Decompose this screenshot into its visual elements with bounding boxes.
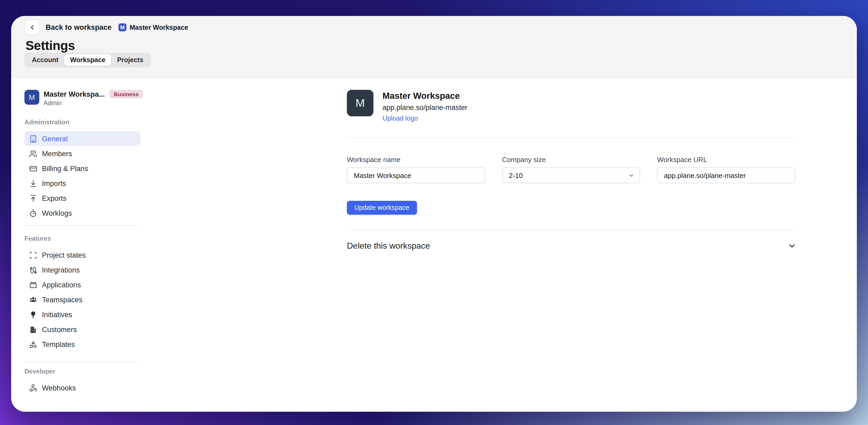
sidebar-item-integrations[interactable]: Integrations (25, 263, 140, 277)
sidebar-item-webhooks[interactable]: Webhooks (25, 381, 140, 395)
workspace-title: Master Workspace (382, 91, 467, 101)
delete-workspace-label: Delete this workspace (347, 241, 430, 251)
page-title: Settings (26, 38, 75, 53)
sidebar-item-label: Initiatives (42, 310, 72, 318)
sidebar-workspace-row: M Master Workspa... Business Admin (25, 90, 140, 107)
sidebar-item-label: Integrations (42, 266, 80, 274)
back-button[interactable] (25, 20, 40, 35)
workspace-name-input[interactable] (347, 168, 485, 183)
divider (347, 230, 796, 230)
chevron-down-icon (788, 242, 796, 250)
topbar-workspace-avatar: M (119, 23, 126, 31)
settings-header: Back to workspace M Master Workspace Set… (11, 16, 857, 79)
sidebar-item-members[interactable]: Members (25, 146, 140, 161)
toy-brick-icon (29, 281, 37, 289)
sidebar-item-label: Project states (42, 251, 86, 259)
workspace-url-input[interactable] (657, 168, 795, 183)
sidebar-item-label: Billing & Plans (42, 164, 88, 172)
workspace-url-text: app.plane.so/plane-master (382, 103, 467, 112)
sidebar-item-exports[interactable]: Exports (25, 191, 140, 206)
workspace-url-label: Workspace URL (657, 156, 795, 163)
section-label-developer: Developer (25, 368, 140, 375)
topbar-workspace-chip[interactable]: M Master Workspace (119, 23, 188, 31)
sidebar-item-imports[interactable]: Imports (25, 176, 140, 191)
company-size-value: 2-10 (509, 171, 523, 179)
sidebar-item-label: Customers (42, 325, 77, 333)
workspace-form: Workspace name Company size 2-10 Workspa… (347, 156, 796, 183)
workspace-header: M Master Workspace app.plane.so/plane-ma… (347, 90, 796, 123)
sidebar-item-teamspaces[interactable]: Teamspaces (25, 292, 140, 307)
sidebar-item-label: Imports (42, 179, 66, 187)
sidebar-item-applications[interactable]: Applications (25, 277, 140, 292)
settings-tabs: Account Workspace Projects (25, 53, 151, 67)
sidebar-item-general[interactable]: General (25, 131, 140, 146)
settings-sidebar: M Master Workspa... Business Admin Admin… (25, 90, 140, 395)
nav-list-features: Project states Integrations Applications (25, 248, 140, 352)
divider (347, 138, 796, 138)
topbar-workspace-name: Master Workspace (130, 24, 188, 31)
sidebar-item-label: General (42, 135, 68, 143)
sidebar-item-label: Webhooks (42, 384, 76, 392)
section-label-features: Features (25, 235, 140, 242)
scan-icon (29, 251, 37, 259)
upload-logo-link[interactable]: Upload logo (382, 115, 418, 122)
sidebar-item-label: Members (42, 150, 72, 157)
tab-projects[interactable]: Projects (111, 54, 149, 66)
sidebar-item-project-states[interactable]: Project states (25, 248, 140, 263)
sidebar-workspace-avatar: M (25, 90, 39, 105)
app-background: Back to workspace M Master Workspace Set… (0, 0, 868, 425)
webhook-icon (29, 384, 37, 392)
update-workspace-button[interactable]: Update workspace (347, 201, 417, 215)
nav-list-administration: General Members Billing & Plans (25, 131, 140, 220)
section-label-administration: Administration (25, 119, 140, 126)
export-icon (29, 194, 37, 202)
chevron-down-icon (628, 172, 634, 178)
tab-account[interactable]: Account (26, 54, 64, 66)
credit-card-icon (29, 164, 37, 172)
sidebar-divider (25, 362, 140, 362)
sidebar-item-label: Teamspaces (42, 296, 83, 304)
sidebar-workspace-role: Admin (43, 99, 140, 107)
sidebar-divider (25, 225, 140, 226)
sidebar-item-worklogs[interactable]: Worklogs (25, 206, 140, 220)
building-icon (29, 135, 37, 143)
sidebar-item-initiatives[interactable]: Initiatives (25, 307, 140, 322)
shapes-icon (29, 340, 37, 348)
settings-card: Back to workspace M Master Workspace Set… (11, 16, 857, 412)
nav-list-developer: Webhooks (25, 381, 140, 395)
sidebar-item-label: Worklogs (42, 209, 72, 217)
company-size-select[interactable]: 2-10 (502, 168, 640, 183)
sidebar-item-templates[interactable]: Templates (25, 337, 140, 352)
cable-icon (29, 266, 37, 274)
sidebar-item-label: Templates (42, 340, 75, 348)
chevron-left-icon (29, 24, 36, 31)
plan-badge: Business (110, 90, 143, 98)
sidebar-workspace-name: Master Workspa... (43, 90, 105, 98)
workspace-name-label: Workspace name (347, 156, 485, 163)
users-icon (29, 150, 37, 157)
sidebar-item-label: Applications (42, 281, 81, 289)
general-settings-panel: M Master Workspace app.plane.so/plane-ma… (347, 90, 796, 253)
import-icon (29, 179, 37, 187)
timer-icon (29, 209, 37, 217)
team-icon (29, 296, 37, 304)
workspace-logo: M (347, 90, 373, 116)
sidebar-item-label: Exports (42, 194, 66, 202)
company-size-label: Company size (502, 156, 640, 163)
back-row: Back to workspace M Master Workspace (25, 20, 188, 35)
sidebar-item-billing[interactable]: Billing & Plans (25, 161, 140, 176)
back-label[interactable]: Back to workspace (46, 23, 112, 31)
lightbulb-icon (29, 310, 37, 318)
sidebar-item-customers[interactable]: Customers (25, 322, 140, 337)
building-filled-icon (29, 325, 37, 333)
delete-workspace-accordion[interactable]: Delete this workspace (347, 239, 796, 253)
tab-workspace[interactable]: Workspace (64, 54, 111, 66)
